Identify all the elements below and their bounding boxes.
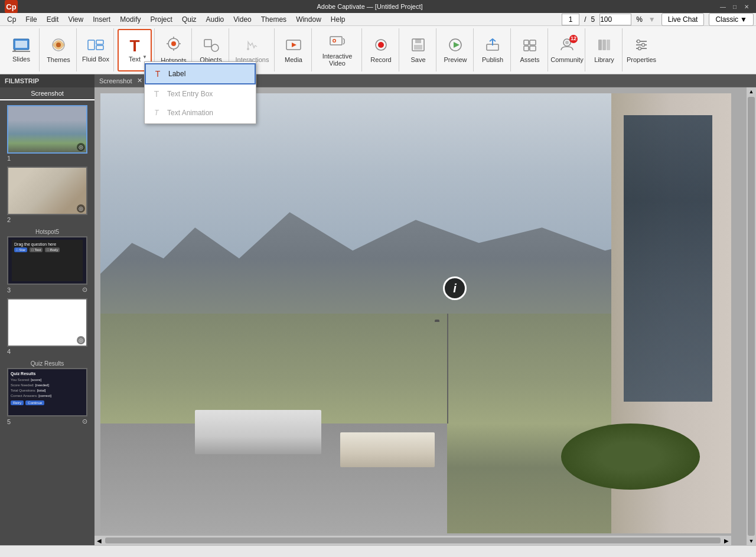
assets-button[interactable]: Assets: [514, 29, 545, 71]
text-dropdown-menu: T Label T Text Entry Box T Text Animatio…: [144, 61, 256, 124]
hscroll-right-icon[interactable]: ▶: [722, 538, 731, 544]
streetlight-head: [435, 320, 439, 322]
slide-5-title: Quiz Results: [7, 360, 87, 367]
community-button[interactable]: 12 Community: [552, 29, 582, 71]
menu-edit[interactable]: Edit: [42, 14, 64, 25]
community-badge: 12: [569, 35, 578, 43]
slide-item-4[interactable]: ◎ 4: [2, 298, 92, 355]
svg-point-26: [378, 42, 384, 48]
slide-5-number: 5: [7, 418, 11, 425]
zoom-input[interactable]: [599, 14, 631, 25]
properties-icon: [634, 37, 649, 55]
filmstrip-tab-screenshot[interactable]: Screenshot: [0, 87, 94, 100]
slide-1-badge: ◎: [77, 143, 85, 151]
publish-button[interactable]: Publish: [477, 29, 508, 71]
close-button[interactable]: ✕: [742, 2, 751, 11]
themes-label: Themes: [47, 56, 70, 63]
svg-rect-7: [96, 40, 103, 44]
menu-modify[interactable]: Modify: [115, 14, 145, 25]
vscroll-down-icon[interactable]: ▼: [748, 537, 755, 545]
slide-item-2[interactable]: ◎ 2: [2, 167, 92, 223]
maximize-button[interactable]: □: [730, 2, 739, 11]
page-separator: /: [584, 15, 586, 24]
hscroll-thumb[interactable]: [105, 538, 721, 543]
menu-audio[interactable]: Audio: [201, 14, 229, 25]
slide-thumb-3: Drag the question here □ Star □ Text □ B…: [7, 236, 87, 285]
svg-point-46: [642, 43, 645, 46]
slides-button[interactable]: Slides: [6, 29, 37, 71]
fluidbox-button[interactable]: Fluid Box: [80, 29, 111, 71]
text-entry-box-icon: T: [151, 88, 162, 100]
menu-project[interactable]: Project: [146, 14, 177, 25]
menu-video[interactable]: Video: [229, 14, 256, 25]
info-hotspot-button[interactable]: i: [443, 276, 467, 300]
text-animation-menuitem[interactable]: T Text Animation: [145, 103, 256, 122]
app-logo: Cp: [5, 0, 18, 13]
slide-3-num-row: 3 ⊙: [7, 286, 87, 294]
filmstrip-tabs: Screenshot: [0, 87, 94, 100]
slide-2-number: 2: [7, 216, 11, 223]
slide-canvas: i: [100, 93, 731, 533]
media-button[interactable]: Media: [278, 29, 309, 71]
svg-rect-6: [88, 40, 94, 50]
slide-5-badge-icon: ⊙: [82, 418, 87, 425]
svg-point-45: [637, 40, 640, 43]
classic-button[interactable]: Classic ▼: [709, 13, 754, 26]
classic-label: Classic: [715, 15, 738, 24]
menu-quiz[interactable]: Quiz: [177, 14, 201, 25]
preview-button[interactable]: Preview: [440, 29, 471, 71]
themes-button[interactable]: Themes: [43, 29, 74, 71]
media-group: Media: [276, 28, 312, 71]
menu-insert[interactable]: Insert: [88, 14, 115, 25]
slide-thumb-5: Quiz Results You Scored: [score] Score N…: [7, 368, 87, 416]
fluidbox-label: Fluid Box: [82, 56, 109, 63]
minimize-button[interactable]: —: [718, 2, 728, 11]
svg-rect-3: [12, 51, 30, 52]
text-entry-box-menuitem[interactable]: T Text Entry Box: [145, 84, 256, 103]
hscroll-left-icon[interactable]: ◀: [94, 538, 104, 544]
page-current-input[interactable]: [562, 14, 579, 25]
live-chat-button[interactable]: Live Chat: [662, 13, 705, 26]
save-button[interactable]: Save: [403, 29, 434, 71]
vscroll-up-icon[interactable]: ▲: [748, 87, 755, 96]
properties-button[interactable]: Properties: [626, 29, 657, 71]
window-controls: — □ ✕: [718, 2, 751, 11]
media-icon: [285, 37, 302, 55]
svg-rect-39: [598, 40, 602, 50]
menu-cp[interactable]: Cp: [2, 14, 21, 25]
slide-item-3[interactable]: Hotspot5 Drag the question here □ Star □…: [2, 228, 92, 294]
fluidbox-group: Fluid Box: [78, 28, 114, 71]
svg-rect-15: [204, 40, 211, 47]
vscroll-thumb[interactable]: [748, 97, 755, 536]
menu-help[interactable]: Help: [326, 14, 350, 25]
text-label-menuitem[interactable]: T Label: [145, 63, 256, 84]
interactive-video-label: Interactive Video: [317, 53, 358, 67]
preview-label: Preview: [444, 56, 467, 63]
slide-thumb-4: ◎: [7, 298, 87, 347]
slide-item-1[interactable]: ◎ 1: [2, 105, 92, 162]
svg-rect-29: [414, 45, 422, 50]
svg-point-10: [171, 41, 176, 46]
fluidbox-icon: [87, 38, 105, 54]
menu-window[interactable]: Window: [291, 14, 326, 25]
record-button[interactable]: Record: [366, 29, 396, 71]
canvas-close-icon[interactable]: ✕: [137, 77, 142, 84]
filmstrip-header: FILMSTRIP: [0, 74, 94, 87]
menu-file[interactable]: File: [21, 14, 41, 25]
preview-group: Preview: [438, 28, 474, 71]
slides-group: Slides: [4, 28, 40, 71]
svg-rect-8: [96, 45, 103, 50]
svg-point-47: [638, 47, 641, 50]
menu-view[interactable]: View: [63, 14, 88, 25]
menu-themes[interactable]: Themes: [256, 14, 291, 25]
svg-point-16: [211, 44, 219, 51]
interactive-video-button[interactable]: Interactive Video: [315, 29, 359, 71]
slide-item-5[interactable]: Quiz Results Quiz Results You Scored: [s…: [2, 360, 92, 425]
menu-bar: Cp File Edit View Insert Modify Project …: [0, 13, 756, 26]
library-button[interactable]: Library: [589, 29, 620, 71]
slide-4-num-row: 4: [7, 348, 87, 355]
assets-label: Assets: [520, 56, 539, 63]
slide-4-number: 4: [7, 348, 11, 355]
record-label: Record: [370, 56, 391, 63]
toolbar: Slides Themes Fluid Box T ▼ Text: [0, 26, 756, 74]
